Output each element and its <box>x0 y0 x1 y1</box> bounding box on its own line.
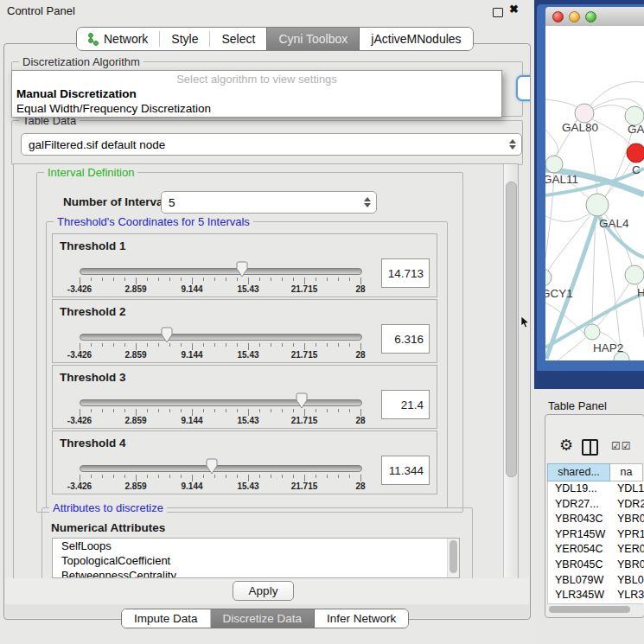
float-window-icon[interactable] <box>493 8 503 17</box>
table-row[interactable]: YBR045CYBR0 <box>548 558 644 573</box>
table-data-selected-value: galFiltered.sif default node <box>29 138 165 151</box>
table-rows: YDL19...YDL1YDR27...YDR2YBR043CYBR0YPR14… <box>547 481 644 603</box>
slider-tick-label: 21.715 <box>284 481 325 491</box>
threshold-value-field[interactable]: 14.713 <box>381 258 430 288</box>
slider-tick <box>158 409 159 412</box>
slider-tick-label: 2.859 <box>115 284 156 294</box>
slider-tick <box>158 343 159 347</box>
network-window-titlebar[interactable] <box>545 7 644 27</box>
slider-tick-label: 21.715 <box>284 284 325 294</box>
slider-tick <box>338 277 339 281</box>
table-hscrollbar-thumb[interactable] <box>549 606 630 613</box>
slider-tick <box>226 475 226 478</box>
attribute-list-item[interactable]: SelfLoops <box>53 539 459 553</box>
threshold-value-field[interactable]: 11.344 <box>381 456 430 485</box>
table-row[interactable]: YPR145WYPR1 <box>548 527 644 543</box>
network-node[interactable] <box>545 156 563 173</box>
tab-infer-network[interactable]: Infer Network <box>315 609 408 628</box>
algorithm-option-manual[interactable]: Manual Discretization <box>12 86 501 101</box>
list-scrollbar-thumb[interactable] <box>450 540 457 573</box>
cyni-bottom-tabbar: Impute Data Discretize Data Infer Networ… <box>121 609 409 628</box>
apply-button[interactable]: Apply <box>233 581 294 601</box>
slider-tick <box>237 277 238 281</box>
slider-tick <box>316 343 316 347</box>
select-columns-icon[interactable]: ☑☑ <box>611 440 632 452</box>
tab-style[interactable]: Style <box>160 28 209 50</box>
slider-tick <box>293 475 294 478</box>
attribute-list-item[interactable]: TopologicalCoefficient <box>53 553 459 568</box>
threshold-slider-track[interactable] <box>80 268 362 275</box>
threshold-slider-track[interactable] <box>80 334 362 341</box>
threshold-slider-thumb[interactable] <box>296 392 308 409</box>
slider-tick-label: 9.144 <box>171 284 213 294</box>
network-node[interactable] <box>625 265 644 284</box>
table-row[interactable]: YLR345WYLR3 <box>548 588 644 603</box>
threshold-value-field[interactable]: 6.316 <box>381 324 430 354</box>
table-row[interactable]: YBL079WYBL0 <box>548 573 644 589</box>
slider-tick <box>113 475 114 478</box>
slider-tick-label: 2.859 <box>115 481 156 491</box>
close-traffic-light-icon[interactable] <box>552 11 564 22</box>
threshold-slider-thumb[interactable] <box>206 458 218 475</box>
numerical-attributes-list[interactable]: SelfLoopsTopologicalCoefficientBetweenne… <box>52 538 460 578</box>
slider-tick <box>136 475 137 481</box>
tab-discretize-data[interactable]: Discretize Data <box>211 609 316 628</box>
column-layout-icon[interactable] <box>582 439 598 456</box>
tab-jactivemnodules[interactable]: jActiveMNodules <box>360 28 472 50</box>
algorithm-hint-item[interactable]: Select algorithm to view settings <box>12 71 501 86</box>
table-row[interactable]: YBR043CYBR0 <box>548 512 644 527</box>
network-node[interactable] <box>627 143 644 163</box>
thresholds-group: Threshold's Coordinates for 5 Intervals … <box>46 221 448 508</box>
threshold-slider-thumb[interactable] <box>236 261 248 277</box>
tab-select[interactable]: Select <box>210 28 266 50</box>
slider-tick <box>259 475 260 478</box>
network-node-label: HAP2 <box>593 341 623 354</box>
slider-tick-label: 21.715 <box>284 350 325 360</box>
slider-tick <box>248 277 249 284</box>
settings-scrollbar[interactable] <box>503 164 518 577</box>
column-header-name[interactable]: na <box>610 463 643 481</box>
network-node[interactable] <box>584 324 600 340</box>
table-data-combobox[interactable]: galFiltered.sif default node <box>21 133 522 156</box>
network-canvas[interactable]: GAL80GALCGAL11GAL4GCY1HHAP2 <box>545 26 644 360</box>
table-browser: ⚙ ☑☑ shared... na YDL19...YDL1YDR27...YD… <box>545 414 644 618</box>
threshold-slider-track[interactable] <box>80 465 362 472</box>
slider-tick <box>91 277 92 281</box>
number-of-intervals-combobox[interactable]: 5 <box>161 191 377 214</box>
close-icon[interactable]: ✖ <box>509 3 519 16</box>
slider-tick <box>304 475 305 481</box>
slider-tick <box>293 343 294 347</box>
threshold-value-field[interactable]: 21.4 <box>381 390 430 419</box>
table-row[interactable]: YDL19...YDL1 <box>548 481 644 497</box>
zoom-traffic-light-icon[interactable] <box>585 11 596 22</box>
network-node[interactable] <box>575 104 594 123</box>
table-row[interactable]: YDR27...YDR2 <box>548 497 644 513</box>
tab-cyni-toolbox[interactable]: Cyni Toolbox <box>266 28 360 50</box>
slider-tick-label: 28 <box>340 284 381 294</box>
slider-tick <box>80 409 80 416</box>
network-node[interactable] <box>545 269 552 286</box>
slider-tick-label: 28 <box>340 481 381 491</box>
table-row[interactable]: YER054CYER0 <box>548 542 644 558</box>
list-scrollbar[interactable] <box>447 539 459 577</box>
tab-network-label: Network <box>104 32 148 46</box>
slider-tick <box>248 409 249 416</box>
algorithm-combobox-focus-ring[interactable] <box>516 75 531 101</box>
gear-icon[interactable]: ⚙ <box>559 436 573 455</box>
minimize-traffic-light-icon[interactable] <box>569 11 580 22</box>
algorithm-option-equal-width[interactable]: Equal Width/Frequency Discretization <box>12 101 501 116</box>
threshold-slider-thumb[interactable] <box>161 327 173 343</box>
settings-scrollbar-thumb[interactable] <box>506 182 517 477</box>
table-horizontal-scrollbar[interactable] <box>547 603 643 615</box>
threshold-slider-track[interactable] <box>80 399 362 406</box>
threshold-label: Threshold 1 <box>60 239 126 252</box>
network-node[interactable] <box>586 194 609 216</box>
number-of-intervals-label: Number of Intervals <box>63 195 173 208</box>
slider-tick-label: 15.43 <box>227 481 269 491</box>
tab-impute-data[interactable]: Impute Data <box>122 609 211 628</box>
slider-tick <box>349 343 350 347</box>
slider-tick <box>181 277 182 281</box>
column-header-shared-name[interactable]: shared... <box>547 463 610 481</box>
attribute-list-item[interactable]: BetweennessCentrality <box>53 568 459 578</box>
tab-network[interactable]: Network <box>77 28 159 50</box>
